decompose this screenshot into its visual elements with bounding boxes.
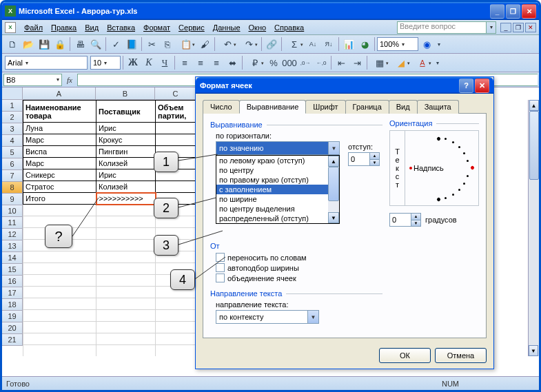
fx-button[interactable]: fx xyxy=(62,76,77,84)
comma-icon[interactable]: 000 xyxy=(282,55,297,70)
spinner-up[interactable]: ▲ xyxy=(411,214,420,220)
increase-decimal-icon[interactable]: ,0→ xyxy=(298,55,313,70)
spinner-down[interactable]: ▼ xyxy=(411,220,420,227)
menu-window[interactable]: Окно xyxy=(245,22,271,33)
chevron-down-icon[interactable]: ▼ xyxy=(328,142,339,154)
dialog-close-button[interactable]: ✕ xyxy=(475,79,489,93)
menu-tools[interactable]: Сервис xyxy=(174,22,209,33)
size-combo[interactable]: 10▾ xyxy=(90,56,121,70)
row-header-7[interactable]: 7 xyxy=(2,170,23,182)
underline-button[interactable]: Ч xyxy=(157,55,172,70)
paste-icon[interactable]: 📋 xyxy=(176,37,196,52)
dialog-tab-2[interactable]: Шрифт xyxy=(305,100,345,114)
currency-icon[interactable]: ₽ xyxy=(245,55,265,70)
dropdown-option[interactable]: по центру xyxy=(216,165,339,175)
row-header-10[interactable]: 10 xyxy=(2,205,23,217)
name-box[interactable]: B8▾ xyxy=(3,74,62,86)
toolbar2-options-icon[interactable]: ▾ xyxy=(433,55,442,70)
zoom-combo[interactable]: 100%▾ xyxy=(377,37,418,51)
spell-icon[interactable]: ✓ xyxy=(108,37,123,52)
workbook-close-button[interactable]: ✕ xyxy=(525,23,536,32)
help-search-input[interactable]: Введите вопрос xyxy=(397,21,487,34)
align-center-icon[interactable]: ≡ xyxy=(193,55,208,70)
align-right-icon[interactable]: ≡ xyxy=(209,55,224,70)
drawing-icon[interactable]: ◕ xyxy=(357,37,372,52)
italic-button[interactable]: К xyxy=(141,55,156,70)
open-icon[interactable]: 📂 xyxy=(21,37,36,52)
row-header-5[interactable]: 5 xyxy=(2,147,23,158)
permission-icon[interactable]: 🔒 xyxy=(52,37,68,52)
undo-icon[interactable]: ↶ xyxy=(217,37,238,52)
ok-button[interactable]: ОК xyxy=(379,348,431,363)
hyperlink-icon[interactable]: 🔗 xyxy=(264,37,279,52)
new-icon[interactable]: 🗋 xyxy=(5,37,20,52)
row-header-6[interactable]: 6 xyxy=(2,158,23,170)
wrap-text-checkbox[interactable]: переносить по словам xyxy=(216,253,382,262)
sort-desc-icon[interactable]: Я↓ xyxy=(321,37,336,52)
dropdown-scroll-up[interactable]: ▲ xyxy=(328,156,339,167)
row-header-18[interactable]: 18 xyxy=(2,299,23,311)
merge-cells-checkbox[interactable]: объединение ячеек xyxy=(216,274,382,282)
column-header-B[interactable]: B xyxy=(96,87,155,100)
dialog-tab-5[interactable]: Защита xyxy=(417,100,459,114)
horizontal-align-combo[interactable]: по значению ▼ xyxy=(216,141,340,155)
spinner-up[interactable]: ▲ xyxy=(369,153,379,160)
save-icon[interactable]: 💾 xyxy=(37,37,52,52)
decrease-indent-icon[interactable]: ⇤ xyxy=(334,55,349,70)
increase-indent-icon[interactable]: ⇥ xyxy=(349,55,365,70)
orientation-vertical-text[interactable]: Текст xyxy=(390,131,405,205)
cell-b8-selected[interactable]: >>>>>>>>>> xyxy=(96,193,156,205)
text-direction-combo[interactable]: по контексту ▼ xyxy=(216,310,319,324)
row-header-8[interactable]: 8 xyxy=(2,182,23,194)
menu-help[interactable]: Справка xyxy=(270,22,308,33)
dropdown-option[interactable]: по правому краю (отступ) xyxy=(216,175,339,185)
cut-icon[interactable]: ✂ xyxy=(144,37,159,52)
dialog-help-button[interactable]: ? xyxy=(459,79,473,93)
orientation-control[interactable]: Текст Надпись xyxy=(389,130,479,206)
menu-edit[interactable]: Правка xyxy=(47,22,81,33)
row-header-14[interactable]: 14 xyxy=(2,252,23,264)
menu-file[interactable]: Файл xyxy=(20,22,47,33)
chart-icon[interactable]: 📊 xyxy=(341,37,356,52)
menu-insert[interactable]: Вставка xyxy=(103,22,139,33)
column-header-A[interactable]: A xyxy=(23,87,96,100)
row-header-9[interactable]: 9 xyxy=(2,194,23,205)
toolbar-options-icon[interactable]: ▾ xyxy=(435,37,443,52)
print-icon[interactable]: 🖶 xyxy=(72,37,88,52)
row-header-13[interactable]: 13 xyxy=(2,240,23,252)
vertical-scrollbar[interactable]: ▲ ▼ xyxy=(528,100,539,356)
dropdown-option[interactable]: по левому краю (отступ) xyxy=(216,156,339,165)
workbook-minimize-button[interactable]: _ xyxy=(500,23,511,32)
row-header-19[interactable]: 19 xyxy=(2,311,23,322)
percent-icon[interactable]: % xyxy=(266,55,281,70)
menu-data[interactable]: Данные xyxy=(209,22,245,33)
font-combo[interactable]: Arial▾ xyxy=(5,56,88,70)
dropdown-option[interactable]: распределенный (отступ) xyxy=(216,214,339,223)
row-header-15[interactable]: 15 xyxy=(2,264,23,276)
sort-asc-icon[interactable]: A↓ xyxy=(305,37,320,52)
menu-view[interactable]: Вид xyxy=(81,22,103,33)
chevron-down-icon[interactable]: ▼ xyxy=(307,311,318,323)
dialog-tab-4[interactable]: Вид xyxy=(389,100,418,114)
help-icon[interactable]: ◉ xyxy=(419,37,434,52)
research-icon[interactable]: 📘 xyxy=(124,37,139,52)
dialog-tab-1[interactable]: Выравнивание xyxy=(239,100,307,114)
row-header-16[interactable]: 16 xyxy=(2,276,23,287)
scroll-down-button[interactable]: ▼ xyxy=(529,345,538,356)
autosum-icon[interactable]: Σ xyxy=(284,37,305,52)
scroll-up-button[interactable]: ▲ xyxy=(529,100,539,111)
horizontal-align-dropdown[interactable]: по левому краю (отступ)по центрупо право… xyxy=(216,155,340,224)
row-header-4[interactable]: 4 xyxy=(2,135,23,147)
merge-center-icon[interactable]: ⬌ xyxy=(225,55,240,70)
shrink-fit-checkbox[interactable]: автоподбор ширины xyxy=(216,263,382,272)
row-header-3[interactable]: 3 xyxy=(2,123,23,135)
format-painter-icon[interactable]: 🖌 xyxy=(197,37,212,52)
workbook-restore-button[interactable]: ❐ xyxy=(513,23,524,32)
row-header-11[interactable]: 11 xyxy=(2,217,23,229)
row-header-21[interactable]: 21 xyxy=(2,334,23,346)
select-all-corner[interactable] xyxy=(2,87,23,100)
redo-icon[interactable]: ↷ xyxy=(238,37,259,52)
dropdown-scroll-down[interactable]: ▼ xyxy=(328,212,339,223)
preview-icon[interactable]: 🔍 xyxy=(88,37,103,52)
row-header-17[interactable]: 17 xyxy=(2,287,23,299)
